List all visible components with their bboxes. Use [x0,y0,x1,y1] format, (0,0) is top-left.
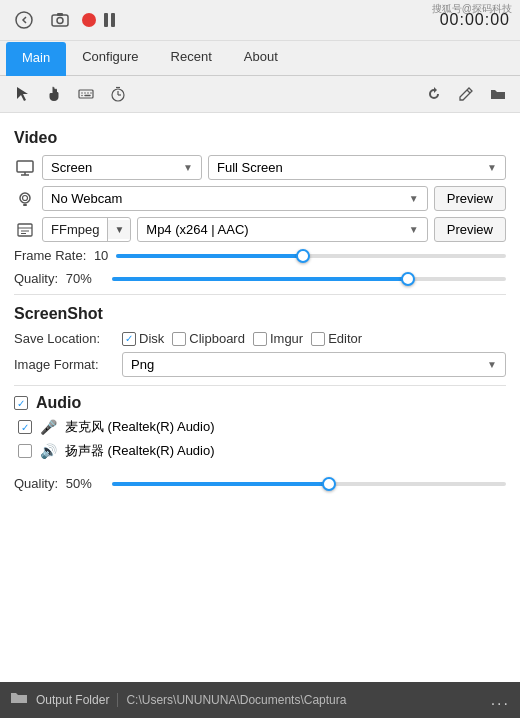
svg-rect-3 [57,13,63,16]
framerate-label: Frame Rate: 10 [14,248,108,263]
checkbox-imgur[interactable]: Imgur [253,331,303,346]
speaker-icon: 🔊 [40,443,57,459]
output-more-button[interactable]: ... [491,691,510,709]
checkbox-clipboard[interactable]: Clipboard [172,331,245,346]
checkbox-clipboard-box[interactable] [172,332,186,346]
format-preview-button[interactable]: Preview [434,217,506,242]
screen-source-value: Screen [51,160,92,175]
svg-rect-5 [79,90,93,98]
webcam-row: No Webcam ▼ Preview [14,186,506,211]
audio-quality-label: Quality: 50% [14,476,104,491]
svg-point-21 [23,195,28,200]
image-format-arrow: ▼ [487,359,497,370]
svg-rect-1 [52,15,68,26]
webcam-preview-button[interactable]: Preview [434,186,506,211]
save-location-label: Save Location: [14,331,114,346]
top-bar: 00:00:00 搜狐号@探码科技 [0,0,520,41]
pause-bar-right [111,13,115,27]
framerate-fill [116,254,303,258]
speaker-checkbox[interactable] [18,444,32,458]
camera-button[interactable] [46,6,74,34]
top-bar-left [10,6,115,34]
record-indicator[interactable] [82,13,96,27]
checkbox-disk-box[interactable]: ✓ [122,332,136,346]
encoder-arrow[interactable]: ▼ [108,220,130,239]
tab-recent[interactable]: Recent [155,41,228,75]
section-divider-1 [14,294,506,295]
audio-quality-slider[interactable] [112,482,506,486]
content-area: Video Screen ▼ Full Screen ▼ [0,113,520,715]
image-format-value: Png [131,357,154,372]
folder-icon[interactable] [484,80,512,108]
output-folder-path: C:\Users\UNUNUNA\Documents\Captura [117,693,482,707]
audio-section-header: Audio [36,394,81,412]
format-value: Mp4 (x264 | AAC) [146,222,248,237]
webcam-arrow: ▼ [409,193,419,204]
mic-icon: 🎤 [40,419,57,435]
encoder-selector[interactable]: FFmpeg ▼ [42,217,131,242]
encoder-value: FFmpeg [43,218,108,241]
framerate-thumb[interactable] [296,249,310,263]
edit-icon[interactable] [452,80,480,108]
audio-quality-slider-row: Quality: 50% [14,476,506,491]
quality-thumb[interactable] [401,272,415,286]
checkbox-disk[interactable]: ✓ Disk [122,331,164,346]
checkbox-clipboard-label: Clipboard [189,331,245,346]
encoder-row: FFmpeg ▼ Mp4 (x264 | AAC) ▼ Preview [14,217,506,242]
framerate-slider-row: Frame Rate: 10 [14,248,506,263]
speaker-checkbox-box[interactable] [18,444,32,458]
svg-line-16 [467,90,470,93]
audio-enable-box[interactable]: ✓ [14,396,28,410]
quality-slider[interactable] [112,277,506,281]
checkbox-imgur-label: Imgur [270,331,303,346]
audio-section: ✓ Audio ✓ 🎤 麦克风 (Realtek(R) Audio) 🔊 扬声器… [14,394,506,491]
save-location-row: Save Location: ✓ Disk Clipboard Imgur Ed… [14,331,506,346]
section-divider-2 [14,385,506,386]
webcam-icon [14,188,36,210]
cursor-tool[interactable] [8,80,36,108]
screenshot-section: ScreenShot Save Location: ✓ Disk Clipboa… [14,305,506,377]
framerate-slider[interactable] [116,254,506,258]
output-bar: Output Folder C:\Users\UNUNUNA\Documents… [0,682,520,718]
audio-enable-checkbox[interactable]: ✓ [14,396,28,410]
back-button[interactable] [10,6,38,34]
monitor-icon [14,157,36,179]
mic-device-label: 麦克风 (Realtek(R) Audio) [65,418,215,436]
audio-device-mic: ✓ 🎤 麦克风 (Realtek(R) Audio) [14,418,506,436]
checkbox-editor-box[interactable] [311,332,325,346]
tab-main[interactable]: Main [6,42,66,76]
speaker-device-label: 扬声器 (Realtek(R) Audio) [65,442,215,460]
keyboard-tool[interactable] [72,80,100,108]
pause-button[interactable] [104,13,115,27]
audio-quality-thumb[interactable] [322,477,336,491]
svg-rect-22 [23,204,27,206]
audio-device-speaker: 🔊 扬声器 (Realtek(R) Audio) [14,442,506,460]
image-format-dropdown[interactable]: Png ▼ [122,352,506,377]
video-section-header: Video [14,129,506,147]
quality-label: Quality: 70% [14,271,104,286]
audio-quality-fill [112,482,329,486]
screen-area-dropdown[interactable]: Full Screen ▼ [208,155,506,180]
screen-source-dropdown[interactable]: Screen ▼ [42,155,202,180]
checkbox-imgur-box[interactable] [253,332,267,346]
webcam-dropdown[interactable]: No Webcam ▼ [42,186,428,211]
tab-configure[interactable]: Configure [66,41,154,75]
tab-about[interactable]: About [228,41,294,75]
svg-rect-23 [18,224,32,236]
screen-area-value: Full Screen [217,160,283,175]
checkbox-editor[interactable]: Editor [311,331,362,346]
checkbox-editor-label: Editor [328,331,362,346]
quality-fill [112,277,408,281]
screen-source-row: Screen ▼ Full Screen ▼ [14,155,506,180]
hand-tool[interactable] [40,80,68,108]
format-dropdown[interactable]: Mp4 (x264 | AAC) ▼ [137,217,427,242]
image-format-row: Image Format: Png ▼ [14,352,506,377]
audio-header: ✓ Audio [14,394,506,412]
mic-checkbox-box[interactable]: ✓ [18,420,32,434]
timer-tool[interactable] [104,80,132,108]
nav-tabs: Main Configure Recent About [0,41,520,76]
screen-area-arrow: ▼ [487,162,497,173]
format-arrow: ▼ [409,224,419,235]
refresh-icon[interactable] [420,80,448,108]
mic-checkbox[interactable]: ✓ [18,420,32,434]
